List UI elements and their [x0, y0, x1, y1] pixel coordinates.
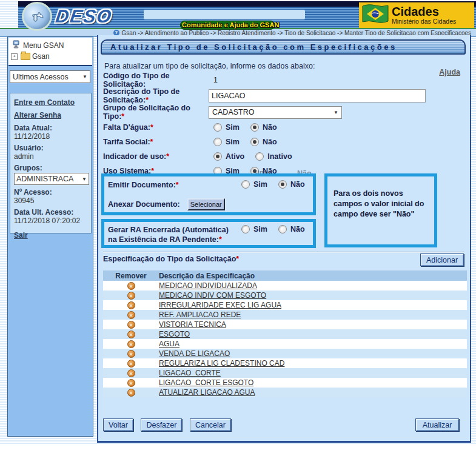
- annotation-box: Para os dois novos campos o valor inicia…: [324, 173, 437, 247]
- main-panel: Atualizar Tipo de Solicitação com Especi…: [97, 35, 471, 443]
- grupos-label: Grupos:: [14, 164, 87, 172]
- gerar-ra-highlight-box: Gerar RA Encerrada (Automática) na Exist…: [101, 219, 316, 248]
- col-header-descricao: Descrição da Especificação: [159, 272, 467, 280]
- spec-link[interactable]: ESGOTO: [159, 330, 190, 338]
- remove-icon[interactable]: ✕: [127, 292, 135, 300]
- divider: [103, 252, 464, 253]
- folder-icon: [21, 53, 30, 60]
- grupo-select[interactable]: CADASTRO ▼: [209, 106, 342, 119]
- num-acesso-value: 30945: [14, 196, 87, 205]
- cidades-title: Cidades: [392, 5, 456, 18]
- brazil-flag-icon: [361, 4, 389, 27]
- user-info-box: Entre em Contato Alterar Senha Data Atua…: [10, 93, 92, 233]
- table-row: ✕ LIGACAO CORTE: [103, 368, 467, 378]
- table-row: ✕ ESGOTO: [103, 329, 467, 339]
- spec-table-header: Remover Descrição da Especificação: [103, 270, 467, 281]
- table-row: ✕ VENDA DE LIGACAO: [103, 349, 467, 358]
- selecionar-button[interactable]: Selecionar: [187, 198, 225, 210]
- indicador-inativo-radio[interactable]: [255, 152, 264, 161]
- indicador-ativo-radio[interactable]: [213, 152, 222, 161]
- remove-icon[interactable]: ✕: [127, 360, 135, 368]
- spec-section-header: Especificação do Tipo da Solicitação* Ad…: [103, 255, 464, 268]
- grupos-select[interactable]: ADMINISTRACA ▼: [14, 173, 89, 185]
- emitir-documento-sim-radio[interactable]: [241, 180, 250, 189]
- spec-link[interactable]: MEDICAO INDIV COM ESGOTO: [159, 291, 266, 300]
- spec-link[interactable]: MEDICAO INDIVIDUALIZADA: [159, 281, 257, 290]
- bottom-area: [0, 445, 476, 450]
- spec-link[interactable]: AGUA: [159, 340, 179, 348]
- spec-link[interactable]: IRREGULARIDADE EXEC LIG AGUA: [159, 301, 281, 309]
- table-row: ✕ AGUA: [103, 339, 467, 349]
- remove-icon[interactable]: ✕: [127, 350, 135, 358]
- emitir-anexar-highlight-box: Emitir Documento:* Sim Não Anexar Docume…: [101, 173, 316, 215]
- remove-icon[interactable]: ✕: [127, 340, 135, 348]
- voltar-button[interactable]: Voltar: [103, 418, 133, 431]
- data-atual-value: 11/12/2018: [14, 132, 87, 141]
- gerar-ra-sim-radio[interactable]: [241, 225, 250, 233]
- chevron-down-icon: ▼: [82, 74, 87, 79]
- cancelar-button[interactable]: Cancelar: [190, 418, 231, 431]
- spec-link[interactable]: ATUALIZAR LIGACAO AGUA: [159, 388, 255, 397]
- menu-gsan-label: Menu GSAN: [23, 41, 64, 50]
- table-row: ✕ LIGACAO CORTE ESGOTO: [103, 378, 467, 388]
- table-row: ✕ ATUALIZAR LIGACAO AGUA: [103, 388, 467, 397]
- field-indicador-uso: Indicador de uso:* Ativo Inativo: [103, 149, 465, 164]
- ult-acesso-label: Data Ult. Acesso:: [14, 208, 87, 217]
- action-buttons: Voltar Desfazer Cancelar Atualizar: [103, 418, 464, 433]
- falta-dagua-nao-radio[interactable]: [250, 123, 259, 132]
- tree-item-gsan[interactable]: + Gsan: [8, 50, 92, 61]
- ultimos-acessos-select[interactable]: Ultimos Acessos ▼: [10, 70, 90, 83]
- remove-icon[interactable]: ✕: [127, 282, 135, 290]
- descricao-input[interactable]: [209, 89, 426, 102]
- field-descricao: Descrição do Tipo de Solicitação:*: [103, 87, 465, 104]
- community-help-link[interactable]: Comunidade e Ajuda do GSAN: [180, 21, 275, 30]
- remove-icon[interactable]: ✕: [127, 321, 135, 329]
- gerar-ra-label: Gerar RA Encerrada (Automática) na Exist…: [108, 225, 238, 244]
- col-header-remover: Remover: [103, 272, 159, 280]
- remove-icon[interactable]: ✕: [127, 369, 135, 377]
- cidades-logo: Cidades Ministério das Cidades: [359, 2, 474, 28]
- table-row: ✕ MEDICAO INDIV COM ESGOTO: [103, 290, 467, 300]
- menu-gsan-icon: [12, 40, 20, 50]
- spec-link[interactable]: LIGACAO CORTE: [159, 369, 221, 377]
- spec-table: Remover Descrição da Especificação ✕ MED…: [103, 270, 467, 397]
- remove-icon[interactable]: ✕: [127, 389, 135, 397]
- spec-link[interactable]: VISTORIA TECNICA: [159, 320, 226, 329]
- adicionar-button[interactable]: Adicionar: [420, 254, 464, 266]
- field-anexar-documento: Anexar Documento: Selecionar: [108, 198, 225, 210]
- field-falta-dagua: Falta D'água:* Sim Não: [103, 120, 465, 135]
- spec-link[interactable]: REF. AMPLIACAO REDE: [159, 311, 241, 319]
- chevron-down-icon: ▼: [82, 176, 87, 182]
- sidebar: Menu GSAN + Gsan Ultimos Acessos ▼ Entre…: [7, 36, 93, 437]
- change-password-link[interactable]: Alterar Senha: [14, 111, 87, 119]
- falta-dagua-sim-radio[interactable]: [213, 123, 222, 132]
- gerar-ra-nao-radio[interactable]: [278, 225, 287, 233]
- deso-logo: DESO: [22, 2, 112, 31]
- spec-link[interactable]: VENDA DE LIGACAO: [159, 349, 230, 358]
- usuario-label: Usuário:: [14, 144, 87, 152]
- field-codigo: Código do Tipo de Solicitação: 1: [103, 73, 465, 87]
- table-row: ✕ REF. AMPLIACAO REDE: [103, 310, 467, 320]
- table-row: ✕ REGULARIZA LIG CLADESTINO CAD: [103, 358, 467, 368]
- tarifa-social-nao-radio[interactable]: [250, 138, 259, 146]
- emitir-documento-nao-radio[interactable]: [278, 180, 287, 189]
- data-atual-label: Data Atual:: [14, 124, 87, 132]
- ult-acesso-value: 11/12/2018 07:20:02: [14, 217, 87, 225]
- remove-icon[interactable]: ✕: [127, 301, 135, 309]
- page-root: DESO Comunidade e Ajuda do GSAN Cidades …: [0, 0, 476, 450]
- remove-icon[interactable]: ✕: [127, 311, 135, 319]
- tree-item-label[interactable]: Gsan: [32, 52, 50, 61]
- spec-link[interactable]: LIGACAO CORTE ESGOTO: [159, 378, 253, 387]
- remove-icon[interactable]: ✕: [127, 379, 135, 387]
- desfazer-button[interactable]: Desfazer: [141, 418, 182, 431]
- tarifa-social-sim-radio[interactable]: [213, 138, 222, 146]
- menu-gsan-box: Menu GSAN + Gsan: [8, 38, 92, 66]
- spec-link[interactable]: REGULARIZA LIG CLADESTINO CAD: [159, 359, 284, 368]
- logout-link[interactable]: Sair: [14, 231, 87, 240]
- contact-link[interactable]: Entre em Contato: [14, 98, 87, 107]
- remove-icon[interactable]: ✕: [127, 331, 135, 338]
- tree-expand-icon[interactable]: +: [11, 53, 18, 60]
- page-title: Atualizar Tipo de Solicitação com Especi…: [101, 39, 466, 55]
- codigo-label: Código do Tipo de Solicitação:: [103, 72, 209, 89]
- atualizar-button[interactable]: Atualizar: [415, 418, 459, 431]
